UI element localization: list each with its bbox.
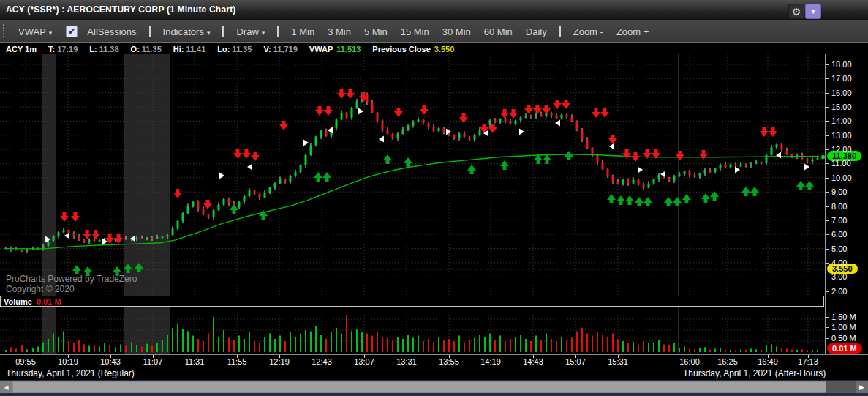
candlestick bbox=[458, 134, 461, 138]
volume-bar bbox=[418, 336, 419, 353]
candlestick bbox=[305, 155, 307, 165]
scroll-left-arrow-icon[interactable]: ◀ bbox=[0, 381, 12, 393]
time-axis[interactable]: 09:5510:1910:4311:0711:3111:5512:1912:43… bbox=[0, 354, 868, 367]
volume-bar bbox=[761, 350, 762, 352]
sell-arrow-icon bbox=[500, 109, 509, 119]
volume-bar bbox=[714, 349, 716, 353]
buy-arrow-icon bbox=[664, 197, 673, 206]
timeframe-daily[interactable]: Daily bbox=[526, 26, 547, 37]
candlestick bbox=[238, 202, 241, 208]
candlestick bbox=[781, 144, 783, 150]
toolbar-grip-handle[interactable] bbox=[3, 24, 6, 39]
candlestick bbox=[167, 235, 169, 236]
timeframe-15min[interactable]: 15 Min bbox=[401, 26, 429, 37]
candlestick bbox=[755, 162, 758, 164]
time-axis-label: 12:43 bbox=[312, 357, 332, 366]
scroll-right-arrow-icon[interactable]: ▶ bbox=[856, 381, 868, 393]
alert-triangle-icon bbox=[735, 167, 740, 173]
draw-dropdown[interactable]: Draw▾ bbox=[236, 26, 265, 37]
time-axis-label: 11:31 bbox=[185, 357, 205, 366]
zoom-in-button[interactable]: Zoom + bbox=[616, 26, 649, 37]
buy-arrow-icon bbox=[565, 151, 573, 160]
volume-bar bbox=[83, 345, 85, 353]
candlestick bbox=[392, 134, 394, 138]
volume-bar bbox=[10, 347, 12, 352]
volume-axis-label: 1.00 M bbox=[831, 323, 856, 332]
volume-bar bbox=[53, 334, 54, 353]
timeframe-1min[interactable]: 1 Min bbox=[291, 26, 314, 37]
vwap-dropdown[interactable]: VWAP▾ bbox=[18, 26, 52, 37]
volume-bar bbox=[26, 349, 28, 352]
volume-bar bbox=[336, 328, 337, 352]
price-axis-tick bbox=[826, 107, 829, 108]
scrollbar-thumb[interactable] bbox=[12, 381, 826, 393]
candlestick bbox=[673, 176, 676, 181]
candlestick bbox=[325, 131, 328, 136]
alert-triangle-icon bbox=[358, 108, 363, 115]
all-sessions-checkbox[interactable]: ✔ bbox=[66, 26, 78, 37]
buy-arrow-icon bbox=[796, 181, 805, 190]
sell-arrow-icon bbox=[608, 135, 617, 144]
price-axis[interactable]: 11.380 3.550 0.01 M 18.0017.0016.0015.00… bbox=[825, 54, 868, 354]
timeframe-3min[interactable]: 3 Min bbox=[328, 26, 351, 37]
buy-arrow-icon bbox=[741, 187, 750, 196]
watermark-line2: Copyright © 2020 bbox=[6, 284, 137, 294]
candlestick bbox=[464, 134, 466, 137]
price-chart-canvas[interactable] bbox=[0, 54, 825, 296]
volume-bar bbox=[300, 334, 301, 353]
volume-bar bbox=[331, 332, 332, 352]
session-divider-line bbox=[679, 354, 679, 380]
candlestick bbox=[387, 130, 389, 134]
volume-bar bbox=[479, 335, 480, 352]
sell-arrow-icon bbox=[542, 105, 551, 114]
candlestick bbox=[73, 233, 75, 236]
volume-bar bbox=[638, 345, 639, 353]
volume-bar bbox=[109, 345, 110, 352]
timeframe-30min[interactable]: 30 Min bbox=[442, 26, 471, 37]
previous-close-value: Previous Close3.550 bbox=[366, 45, 454, 53]
candlestick bbox=[581, 130, 584, 140]
volume-bar bbox=[576, 332, 578, 353]
candlestick bbox=[99, 240, 101, 242]
time-axis-label: 11:55 bbox=[227, 357, 247, 366]
sell-arrow-icon bbox=[699, 150, 708, 160]
sell-arrow-icon bbox=[622, 149, 631, 159]
volume-bar bbox=[505, 341, 506, 352]
all-sessions-label[interactable]: AllSessions bbox=[87, 26, 136, 37]
volume-bar bbox=[320, 335, 322, 352]
volume-bar bbox=[499, 336, 501, 353]
chevron-down-icon[interactable]: ▼ bbox=[805, 4, 821, 19]
volume-axis-tick bbox=[826, 317, 829, 318]
volume-bar bbox=[274, 339, 276, 352]
volume-chart-canvas[interactable] bbox=[0, 307, 825, 354]
volume-bar bbox=[510, 339, 511, 352]
volume-bar bbox=[32, 348, 34, 352]
price-axis-tick bbox=[826, 178, 829, 179]
volume-bar bbox=[525, 339, 527, 352]
timeframe-5min[interactable]: 5 Min bbox=[364, 26, 388, 37]
candlestick bbox=[499, 119, 502, 122]
volume-bar bbox=[443, 340, 445, 353]
gear-icon[interactable]: ⚙ bbox=[788, 4, 804, 19]
indicators-dropdown[interactable]: Indicators▾ bbox=[163, 26, 211, 37]
volume-bar bbox=[78, 340, 80, 353]
volume-bar bbox=[412, 338, 414, 353]
candlestick bbox=[812, 160, 814, 162]
volume-bar bbox=[177, 324, 178, 352]
after-hours-session-label: Thursday, April 1, 2021 (After-Hours) bbox=[683, 368, 826, 378]
candlestick bbox=[156, 237, 159, 239]
price-axis-label: 7.00 bbox=[831, 216, 847, 225]
candlestick bbox=[228, 199, 230, 203]
alert-triangle-icon bbox=[804, 164, 809, 171]
timeframe-60min[interactable]: 60 Min bbox=[484, 26, 513, 37]
candlestick bbox=[750, 163, 752, 165]
candlestick bbox=[295, 172, 297, 176]
zoom-out-button[interactable]: Zoom - bbox=[573, 26, 603, 37]
volume-bar bbox=[801, 349, 803, 352]
candlestick bbox=[397, 134, 399, 138]
volume-bar bbox=[458, 336, 460, 353]
sell-arrow-icon bbox=[279, 121, 288, 130]
sell-arrow-icon bbox=[337, 89, 346, 99]
volume-bar bbox=[203, 341, 204, 352]
time-axis-label: 14:19 bbox=[480, 357, 501, 366]
